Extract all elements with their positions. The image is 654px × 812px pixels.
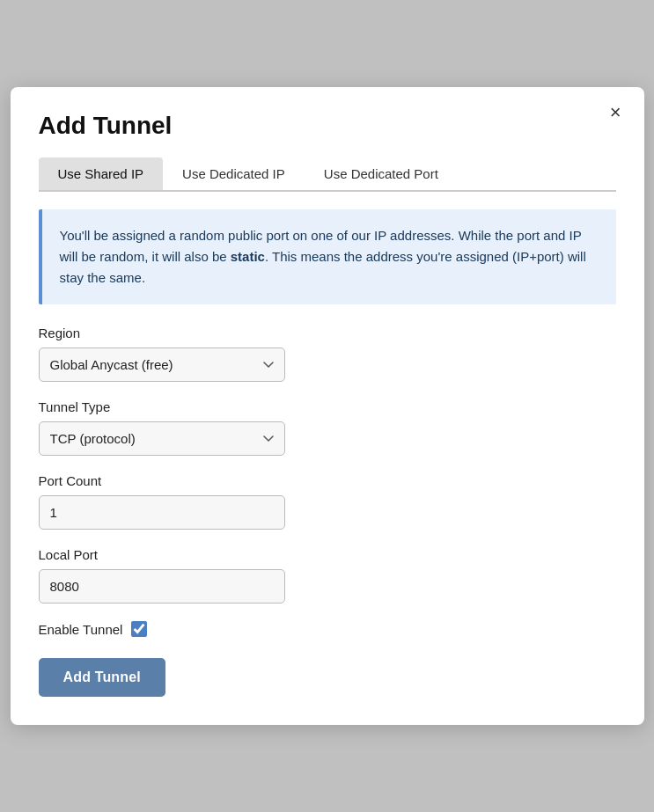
region-group: Region Global Anycast (free) US East EU … <box>39 326 616 382</box>
port-count-input[interactable] <box>39 495 285 530</box>
modal-wrapper: × Add Tunnel Use Shared IP Use Dedicated… <box>0 0 654 812</box>
region-label: Region <box>39 326 616 340</box>
tab-dedicated-ip[interactable]: Use Dedicated IP <box>163 157 305 190</box>
local-port-group: Local Port <box>39 547 616 604</box>
add-tunnel-modal: × Add Tunnel Use Shared IP Use Dedicated… <box>11 87 644 725</box>
info-box: You'll be assigned a random public port … <box>39 209 616 304</box>
local-port-label: Local Port <box>39 547 616 562</box>
port-count-label: Port Count <box>39 473 616 488</box>
modal-title: Add Tunnel <box>39 112 616 140</box>
tab-shared-ip[interactable]: Use Shared IP <box>39 157 164 190</box>
add-tunnel-button[interactable]: Add Tunnel <box>39 658 165 697</box>
tab-bar: Use Shared IP Use Dedicated IP Use Dedic… <box>39 157 616 192</box>
enable-tunnel-row: Enable Tunnel <box>39 621 616 637</box>
enable-tunnel-label: Enable Tunnel <box>39 622 123 637</box>
port-count-group: Port Count <box>39 473 616 530</box>
enable-tunnel-checkbox[interactable] <box>131 621 147 637</box>
info-static-word: static <box>231 249 265 264</box>
tunnel-type-group: Tunnel Type TCP (protocol) UDP (protocol… <box>39 399 616 456</box>
close-button[interactable]: × <box>605 101 627 124</box>
tunnel-type-select[interactable]: TCP (protocol) UDP (protocol) HTTP (prot… <box>39 421 285 456</box>
local-port-input[interactable] <box>39 569 285 604</box>
region-select[interactable]: Global Anycast (free) US East EU West <box>39 347 285 382</box>
tunnel-type-label: Tunnel Type <box>39 399 616 414</box>
tab-dedicated-port[interactable]: Use Dedicated Port <box>305 157 458 190</box>
